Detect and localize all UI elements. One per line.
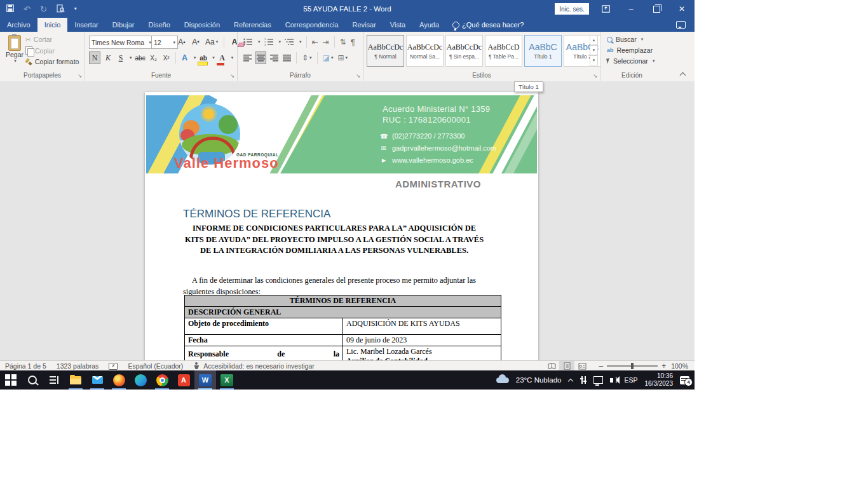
chevron-down-icon[interactable]: ▾: [258, 39, 261, 44]
styles-more-icon[interactable]: ▼: [590, 55, 598, 65]
chevron-down-icon[interactable]: ▾: [212, 55, 215, 60]
zoom-in-button[interactable]: +: [661, 362, 666, 370]
styles-dialog-launcher-icon[interactable]: ↘: [593, 73, 597, 79]
highlight-button[interactable]: ab: [198, 52, 208, 64]
italic-button[interactable]: K: [103, 52, 113, 64]
zoom-out-button[interactable]: –: [599, 362, 603, 370]
tell-me-box[interactable]: ¿Qué desea hacer?: [446, 18, 524, 32]
tab-archivo[interactable]: Archivo: [0, 18, 37, 32]
tab-correspondencia[interactable]: Correspondencia: [278, 18, 346, 32]
zoom-percentage[interactable]: 100%: [671, 362, 688, 370]
tab-referencias[interactable]: Referencias: [227, 18, 278, 32]
style-normal-sa[interactable]: AaBbCcDc Normal Sa...: [406, 35, 444, 67]
accessibility-status[interactable]: Accesibilidad: es necesario investigar: [203, 362, 315, 370]
page-count[interactable]: Página 1 de 5: [5, 362, 46, 370]
chevron-down-icon[interactable]: ▾: [231, 55, 234, 60]
tab-disposicion[interactable]: Disposición: [177, 18, 227, 32]
tab-insertar[interactable]: Insertar: [67, 18, 105, 32]
clock[interactable]: 10:36 16/3/2023: [645, 372, 674, 388]
web-layout-icon[interactable]: [574, 361, 590, 371]
minimize-button[interactable]: –: [618, 0, 644, 18]
tab-vista[interactable]: Vista: [383, 18, 412, 32]
print-preview-icon[interactable]: [57, 4, 65, 14]
notification-center-icon[interactable]: 4: [680, 376, 689, 384]
tab-diseno[interactable]: Diseño: [142, 18, 177, 32]
document-canvas[interactable]: Acuerdo Ministerial N° 1359 RUC : 176812…: [0, 81, 695, 360]
font-color-button[interactable]: A: [217, 52, 227, 64]
line-spacing-button[interactable]: ⇕▾: [301, 52, 313, 64]
save-icon[interactable]: [6, 4, 14, 13]
copy-button[interactable]: Copiar: [25, 46, 79, 55]
find-button[interactable]: Buscar ▾: [607, 36, 654, 43]
style-table-paragraph[interactable]: AaBbCcD ¶ Table Pa...: [485, 35, 522, 67]
task-view-button[interactable]: [43, 370, 65, 390]
undo-icon[interactable]: ↶: [24, 5, 31, 13]
taskbar-edge[interactable]: [130, 370, 151, 390]
qat-customize-icon[interactable]: ▾: [74, 6, 77, 11]
select-button[interactable]: Seleccionar ▾: [607, 57, 654, 65]
grow-font-button[interactable]: A▴: [177, 36, 187, 48]
settings-sliders-icon[interactable]: [580, 376, 587, 384]
cut-button[interactable]: ✂ Cortar: [25, 36, 79, 43]
replace-button[interactable]: ab Reemplazar: [607, 46, 654, 54]
change-case-button[interactable]: Aa▾: [205, 36, 219, 48]
speaker-icon[interactable]: [610, 378, 613, 383]
font-dialog-launcher-icon[interactable]: ↘: [230, 73, 234, 79]
read-mode-icon[interactable]: [544, 361, 559, 371]
taskbar-chrome[interactable]: [151, 370, 173, 390]
accessibility-icon[interactable]: [193, 362, 202, 370]
superscript-button[interactable]: X²: [161, 52, 172, 64]
weather-text[interactable]: 23°C Nublado: [516, 376, 562, 384]
justify-button[interactable]: [282, 52, 292, 64]
taskbar-firefox[interactable]: [108, 370, 130, 390]
chevron-down-icon[interactable]: ▾: [130, 55, 132, 60]
sign-in-button[interactable]: Inic. ses.: [555, 3, 589, 15]
taskbar-excel[interactable]: X: [216, 370, 238, 390]
tab-inicio[interactable]: Inicio: [37, 18, 68, 32]
bold-button[interactable]: N: [89, 51, 100, 64]
redo-icon[interactable]: ↻: [40, 5, 47, 13]
text-effects-button[interactable]: A: [180, 52, 190, 64]
align-center-button[interactable]: [255, 51, 266, 64]
word-count[interactable]: 1323 palabras: [57, 362, 99, 370]
strikethrough-button[interactable]: abc: [135, 52, 146, 64]
proofing-errors-icon[interactable]: ✗: [109, 363, 118, 370]
close-button[interactable]: ✕: [669, 0, 695, 18]
show-paragraph-marks-button[interactable]: ¶: [350, 36, 356, 48]
align-left-button[interactable]: [243, 52, 252, 64]
taskbar-file-explorer[interactable]: [65, 370, 86, 390]
language-indicator[interactable]: Español (Ecuador): [128, 362, 183, 370]
taskbar-search-button[interactable]: [22, 370, 43, 390]
numbering-button[interactable]: 123: [264, 36, 275, 48]
comments-icon[interactable]: [676, 21, 686, 29]
document-page[interactable]: Acuerdo Ministerial N° 1359 RUC : 176812…: [145, 92, 538, 360]
zoom-slider-handle[interactable]: [631, 363, 634, 369]
tab-revisar[interactable]: Revisar: [346, 18, 383, 32]
taskbar-mail[interactable]: [86, 370, 108, 390]
shrink-font-button[interactable]: A▾: [191, 36, 201, 48]
tab-ayuda[interactable]: Ayuda: [412, 18, 446, 32]
align-right-button[interactable]: [269, 52, 279, 64]
multilevel-list-button[interactable]: [284, 36, 295, 48]
print-layout-icon[interactable]: [559, 361, 574, 371]
clipboard-dialog-launcher-icon[interactable]: ↘: [78, 73, 82, 79]
network-icon[interactable]: [593, 376, 603, 384]
underline-button[interactable]: S: [116, 52, 126, 64]
start-button[interactable]: [0, 370, 22, 390]
style-normal[interactable]: AaBbCcDc ¶ Normal: [367, 35, 404, 67]
shading-button[interactable]: ◪▾: [322, 52, 334, 64]
style-titulo-1[interactable]: AaBbC Título 1: [524, 35, 562, 67]
subscript-button[interactable]: X₂: [149, 52, 159, 64]
decrease-indent-button[interactable]: ⇤: [311, 36, 319, 48]
tab-dibujar[interactable]: Dibujar: [105, 18, 142, 32]
ribbon-display-options-icon[interactable]: [593, 0, 618, 18]
taskbar-word[interactable]: W: [194, 370, 216, 390]
hidden-icons-chevron[interactable]: [568, 377, 573, 383]
paragraph-dialog-launcher-icon[interactable]: ↘: [356, 73, 360, 79]
weather-cloud-icon[interactable]: [496, 377, 509, 383]
collapse-ribbon-icon[interactable]: [681, 71, 686, 76]
format-painter-button[interactable]: Copiar formato: [25, 58, 79, 65]
paste-button[interactable]: Pegar ▾: [4, 35, 25, 71]
restore-button[interactable]: [644, 0, 669, 18]
increase-indent-button[interactable]: ⇥: [322, 36, 330, 48]
